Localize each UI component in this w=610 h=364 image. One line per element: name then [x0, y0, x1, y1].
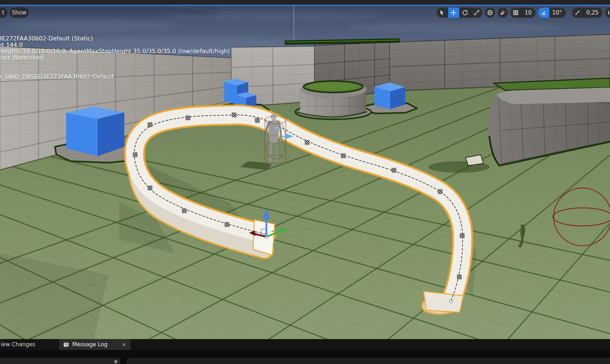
viewport-accent-line [0, 5, 610, 6]
status-drawer-right[interactable] [126, 358, 610, 364]
scale-snap-icon [574, 9, 581, 16]
close-tab-button[interactable]: × [122, 342, 126, 347]
show-flags-button[interactable]: Show [10, 8, 29, 18]
grid-snap-value[interactable]: 10 [522, 9, 536, 16]
angle-icon [541, 9, 547, 16]
tab-message-log[interactable]: Message Log × [59, 339, 130, 350]
cursor-arrow-icon [439, 9, 445, 16]
drawer-handle-dot [114, 360, 117, 363]
show-button-label: Show [12, 9, 26, 16]
window-top-strip [0, 0, 610, 5]
top-strip-separator [179, 1, 180, 4]
blue-cube-right[interactable] [374, 82, 405, 109]
rotation-snap-toggle-button[interactable] [538, 8, 549, 18]
blue-cube-left[interactable] [66, 107, 124, 156]
camera-speed-icon [607, 9, 610, 16]
scale-snap-value[interactable]: 0,25 [584, 9, 602, 16]
message-log-icon [63, 342, 69, 347]
viewport-toolbar: 10 10° 0,25 [437, 8, 610, 18]
scale-tool-button[interactable] [471, 8, 482, 18]
scale-snap-group: 0,25 [572, 8, 602, 18]
rotation-snap-group: 10° [538, 8, 566, 18]
globe-icon [487, 9, 493, 16]
message-log-label: Message Log [72, 341, 107, 348]
rotate-arrows-icon [462, 9, 468, 16]
gray-cylinder[interactable] [296, 81, 367, 117]
transform-tools-group [437, 8, 482, 18]
select-tool-button[interactable] [437, 8, 448, 18]
surface-snap-icon [499, 9, 506, 16]
rotate-tool-button[interactable] [459, 8, 471, 18]
bottom-status-bar: iew Changes Message Log × [0, 339, 610, 364]
top-strip-separator [390, 1, 390, 4]
rotation-snap-value[interactable]: 10° [549, 9, 566, 16]
unreal-editor-window: 3E272FAA30602-Default (Static) nt 144.0 … [0, 0, 610, 364]
scale-snap-toggle-button[interactable] [572, 8, 584, 18]
viewport-3d-scene[interactable] [0, 0, 610, 364]
grid-snap-toggle-button[interactable] [510, 8, 522, 18]
move-arrows-icon [450, 9, 457, 16]
camera-speed-button-partial[interactable] [605, 8, 610, 18]
view-mode-label: t [2, 9, 4, 16]
scale-expand-icon [473, 9, 480, 16]
surface-snapping-button[interactable] [498, 8, 508, 18]
top-strip-separator [195, 1, 195, 4]
move-tool-button[interactable] [448, 8, 459, 18]
world-space-toggle-button[interactable] [485, 8, 495, 18]
bottom-lower-strip [0, 350, 610, 364]
status-drawer-left[interactable] [0, 358, 120, 364]
grid-snap-group: 10 [510, 8, 536, 18]
tab-view-changes-partial[interactable]: iew Changes [1, 339, 35, 350]
grid-icon [512, 9, 519, 16]
